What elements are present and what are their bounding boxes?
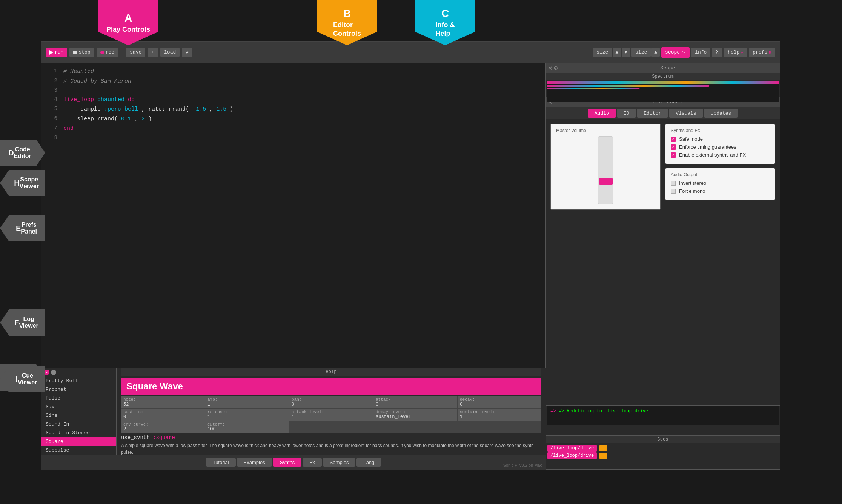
param-decay-level: decay_level: sustain_level bbox=[373, 409, 457, 421]
toolbar: run stop rec save + load ↩ size bbox=[41, 42, 780, 63]
svg-rect-0 bbox=[547, 81, 779, 84]
prefs-panel: ✕ Preferences Audio IO Editor Visuals Up… bbox=[546, 97, 780, 406]
cue-label-2: /live_loop/drive bbox=[547, 452, 597, 459]
scope-close-x[interactable]: ✕ bbox=[548, 64, 552, 72]
prefs-tab-visuals[interactable]: Visuals bbox=[669, 109, 703, 118]
right-panel: ✕ ⊙ Scope Spectrum bbox=[546, 63, 780, 470]
param-cutoff: cutoff: 100 bbox=[205, 421, 289, 433]
code-line-6: 6 sleep rrand( 0.1 , 2 ) bbox=[41, 114, 545, 124]
checkbox-safe-mode-label: Safe mode bbox=[679, 136, 703, 142]
arrow-e: E PrefsPanel bbox=[0, 215, 842, 241]
bottom-tabs: Tutorial Examples Synths Fx Samples Lang bbox=[41, 455, 546, 470]
prefs-tab-io[interactable]: IO bbox=[617, 109, 636, 118]
save-button[interactable]: save bbox=[126, 48, 145, 57]
param-attack: attack: 0 bbox=[373, 396, 457, 408]
size-up-button[interactable]: ▲ bbox=[613, 48, 621, 57]
param-decay: decay: 0 bbox=[458, 396, 541, 408]
checkbox-external-synths[interactable]: ✓ Enable external synths and FX bbox=[671, 152, 770, 158]
size-button[interactable]: size bbox=[593, 48, 612, 57]
info-button[interactable]: info bbox=[691, 48, 710, 57]
help-item-sound-in-stereo[interactable]: Sound In Stereo bbox=[41, 429, 116, 437]
rec-button[interactable]: rec bbox=[97, 48, 118, 57]
code-line-1: 1 # Haunted bbox=[41, 67, 545, 77]
tab-fx[interactable]: Fx bbox=[303, 458, 321, 467]
cue-items: /live_loop/drive /live_loop/drive bbox=[546, 443, 780, 461]
svg-rect-2 bbox=[547, 88, 639, 89]
arrow-d: D CodeEditor bbox=[0, 140, 45, 166]
undo-button[interactable]: ↩ bbox=[182, 48, 192, 57]
checkbox-timing-checked-icon: ✓ bbox=[671, 144, 676, 150]
checkbox-checked-icon: ✓ bbox=[671, 137, 676, 142]
separator bbox=[122, 47, 122, 58]
help-item-pulse[interactable]: Pulse bbox=[41, 394, 116, 403]
stop-button[interactable]: stop bbox=[69, 48, 94, 57]
size-control-1: size ▲ ▼ bbox=[593, 48, 630, 57]
checkbox-safe-mode[interactable]: ✓ Safe mode bbox=[671, 136, 770, 142]
arrow-i-label: CueViewer bbox=[18, 372, 37, 386]
cue-item-2: /live_loop/drive bbox=[547, 452, 778, 459]
tab-examples[interactable]: Examples bbox=[237, 458, 272, 467]
help-button[interactable]: help △ bbox=[724, 48, 747, 57]
param-env-curve: env_curve: 2 bbox=[121, 421, 205, 433]
tab-lang[interactable]: Lang bbox=[356, 458, 381, 467]
load-button[interactable]: load bbox=[160, 48, 180, 57]
code-line-5: 5 sample :perc_bell , rate: rrand( -1.5 … bbox=[41, 104, 545, 114]
checkbox-timing-label: Enforce timing guarantees bbox=[679, 144, 736, 150]
arrow-a: A Play Controls bbox=[98, 0, 158, 45]
prefs-tab-updates[interactable]: Updates bbox=[704, 109, 738, 118]
scope-visualization bbox=[547, 81, 779, 102]
tab-tutorial[interactable]: Tutorial bbox=[206, 458, 236, 467]
use-synth-line: use_synth :square bbox=[121, 435, 541, 441]
arrow-a-label: Play Controls bbox=[106, 25, 150, 34]
add-button[interactable]: + bbox=[148, 48, 158, 57]
size-button-2[interactable]: size bbox=[632, 48, 651, 57]
param-pan: pan: 0 bbox=[289, 396, 373, 408]
code-line-7: 7 end bbox=[41, 124, 545, 134]
arrow-b-label: EditorControls bbox=[333, 21, 361, 38]
scope-svg bbox=[547, 81, 779, 102]
cue-item-1: /live_loop/drive bbox=[547, 445, 778, 452]
synths-fx-label: Synths and FX bbox=[671, 128, 770, 133]
param-sustain-level: sustain_level: 1 bbox=[458, 409, 541, 421]
help-item-square[interactable]: Square bbox=[41, 437, 116, 446]
synths-fx-box: Synths and FX ✓ Safe mode ✓ Enforce timi… bbox=[665, 124, 775, 164]
log-panel: => => Redefining fn :live_loop_drive bbox=[546, 406, 780, 436]
checkbox-external-checked-icon: ✓ bbox=[671, 152, 676, 158]
prefs-tab-editor[interactable]: Editor bbox=[637, 109, 668, 118]
master-volume-col: Master Volume bbox=[550, 124, 661, 210]
log-text: => => Redefining fn :live_loop_drive bbox=[547, 406, 779, 425]
lambda-button[interactable]: λ bbox=[712, 48, 722, 57]
app-window: run stop rec save + load ↩ size bbox=[41, 41, 780, 470]
help-item-sound-in[interactable]: Sound In bbox=[41, 420, 116, 429]
prefs-button[interactable]: prefs π bbox=[749, 48, 775, 57]
scope-title: Scope bbox=[558, 65, 777, 71]
prefs-body: Master Volume Synths and FX ✓ Saf bbox=[546, 119, 780, 214]
arrow-h: H ScopeViewer bbox=[0, 170, 842, 196]
cue-icon-1 bbox=[599, 445, 607, 451]
synth-params-grid: note: 52 amp: 1 pan: 0 attack: 0 bbox=[121, 396, 541, 433]
help-item-saw[interactable]: Saw bbox=[41, 403, 116, 411]
param-sustain: sustain: 0 bbox=[121, 409, 205, 421]
arrow-i: I CueViewer bbox=[0, 366, 842, 392]
arrow-c-label: Info &Help bbox=[436, 21, 455, 38]
scope-button[interactable]: scope 〜 bbox=[661, 47, 690, 58]
cue-title: Cues bbox=[546, 436, 780, 443]
size-down-button[interactable]: ▼ bbox=[622, 48, 630, 57]
param-note: note: 52 bbox=[121, 396, 205, 408]
master-volume-label: Master Volume bbox=[556, 128, 655, 133]
checkbox-timing[interactable]: ✓ Enforce timing guarantees bbox=[671, 144, 770, 150]
param-attack-level: attack_level: 1 bbox=[289, 409, 373, 421]
cue-icon-2 bbox=[599, 453, 607, 459]
help-item-sine[interactable]: Sine bbox=[41, 411, 116, 420]
scope-close-circle[interactable]: ⊙ bbox=[554, 64, 558, 72]
prefs-tabs: Audio IO Editor Visuals Updates bbox=[546, 107, 780, 119]
play-icon bbox=[49, 50, 53, 55]
tab-synths[interactable]: Synths bbox=[273, 458, 302, 467]
size-up-button-2[interactable]: ▲ bbox=[651, 48, 660, 57]
help-item-subpulse[interactable]: Subpulse bbox=[41, 446, 116, 455]
run-button[interactable]: run bbox=[46, 48, 67, 57]
prefs-tab-audio[interactable]: Audio bbox=[588, 109, 616, 118]
code-line-3: 3 bbox=[41, 86, 545, 95]
tab-samples[interactable]: Samples bbox=[323, 458, 356, 467]
arrow-f-label: LogViewer bbox=[19, 316, 38, 329]
